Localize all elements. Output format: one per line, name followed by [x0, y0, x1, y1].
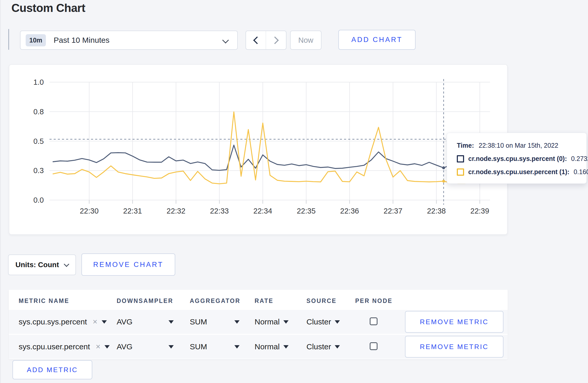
svg-text:22:37: 22:37: [384, 207, 403, 215]
chart-svg[interactable]: 1.00.80.50.30.022:3022:3122:3222:3322:34…: [9, 65, 508, 235]
svg-text:22:38: 22:38: [427, 207, 446, 215]
tooltip-time-value: 22:38:10 on Mar 15th, 2022: [479, 142, 558, 149]
svg-text:22:35: 22:35: [297, 207, 316, 215]
time-range-label: Past 10 Minutes: [54, 36, 109, 45]
aggregator-value: SUM: [190, 317, 207, 326]
add-metric-button[interactable]: ADD METRIC: [12, 360, 92, 379]
svg-text:22:34: 22:34: [253, 207, 272, 215]
remove-metric-button[interactable]: REMOVE METRIC: [405, 336, 503, 358]
svg-text:22:39: 22:39: [470, 207, 489, 215]
aggregator-value: SUM: [190, 342, 207, 351]
metrics-table: METRIC NAME DOWNSAMPLER AGGREGATOR RATE …: [9, 290, 508, 359]
time-range-badge: 10m: [26, 34, 46, 46]
source-select[interactable]: Cluster: [306, 335, 340, 359]
col-header-per-node: PER NODE: [355, 297, 393, 304]
col-header-metric-name: METRIC NAME: [19, 297, 69, 304]
tooltip-time-label: Time:: [457, 142, 474, 149]
tooltip-metric-label: cr.node.sys.cpu.sys.percent (0):: [468, 155, 567, 162]
now-button[interactable]: Now: [290, 31, 321, 50]
dropdown-caret-icon: [283, 345, 289, 349]
clear-metric-icon[interactable]: ×: [96, 342, 100, 351]
rate-value: Normal: [255, 342, 280, 351]
page-title: Custom Chart: [11, 2, 85, 15]
col-header-downsampler: DOWNSAMPLER: [117, 297, 173, 304]
dropdown-caret-icon: [335, 345, 340, 349]
tooltip-metric-value: 0.1601: [573, 168, 588, 176]
per-node-checkbox[interactable]: [370, 317, 377, 325]
svg-text:0.0: 0.0: [33, 196, 44, 204]
chevron-down-icon: [64, 261, 69, 267]
svg-text:22:30: 22:30: [80, 207, 99, 215]
tooltip-metric-label: cr.node.sys.cpu.user.percent (1):: [468, 168, 569, 176]
dropdown-caret-icon: [169, 345, 174, 349]
aggregator-select[interactable]: SUM: [190, 310, 240, 334]
time-range-select[interactable]: 10m Past 10 Minutes: [20, 31, 238, 50]
dropdown-caret-icon: [102, 320, 107, 324]
clear-metric-icon[interactable]: ×: [93, 317, 97, 327]
add-chart-button[interactable]: ADD CHART: [338, 30, 416, 50]
downsampler-value: AVG: [117, 342, 132, 351]
col-header-source: SOURCE: [306, 297, 337, 304]
remove-chart-button[interactable]: REMOVE CHART: [81, 253, 175, 276]
svg-text:22:31: 22:31: [123, 207, 142, 215]
tooltip-metric-value: 0.2732: [571, 155, 588, 162]
units-label: Units: Count: [16, 261, 59, 269]
metric-name-value: sys.cpu.user.percent: [19, 342, 90, 351]
svg-text:22:32: 22:32: [167, 207, 186, 215]
col-header-rate: RATE: [255, 297, 274, 304]
svg-text:0.8: 0.8: [33, 108, 44, 116]
chevron-down-icon: [222, 37, 229, 43]
metric-row: sys.cpu.sys.percent × AVG SUM Normal Clu…: [9, 310, 508, 334]
chart-card: 1.00.80.50.30.022:3022:3122:3222:3322:34…: [9, 64, 508, 235]
source-value: Cluster: [306, 317, 331, 326]
svg-text:22:36: 22:36: [340, 207, 359, 215]
chevron-right-icon: [271, 36, 279, 44]
svg-text:1.0: 1.0: [33, 78, 44, 86]
metric-name-select[interactable]: sys.cpu.user.percent ×: [19, 335, 110, 359]
downsampler-select[interactable]: AVG: [117, 310, 174, 334]
toolbar-divider: [8, 29, 9, 50]
time-prev-button[interactable]: [246, 31, 266, 50]
svg-text:0.3: 0.3: [33, 166, 44, 175]
dropdown-caret-icon: [234, 320, 240, 324]
svg-text:22:33: 22:33: [210, 207, 229, 215]
series-swatch-icon: [457, 155, 464, 162]
remove-metric-button[interactable]: REMOVE METRIC: [405, 311, 503, 333]
custom-chart-page: Custom Chart 10m Past 10 Minutes Now ADD…: [0, 0, 588, 383]
rate-select[interactable]: Normal: [255, 335, 289, 359]
per-node-checkbox[interactable]: [370, 342, 377, 350]
dropdown-caret-icon: [234, 345, 240, 349]
col-header-aggregator: AGGREGATOR: [190, 297, 240, 304]
downsampler-value: AVG: [117, 317, 132, 326]
dropdown-caret-icon: [169, 320, 174, 324]
series-swatch-icon: [457, 168, 464, 176]
chart-tooltip: Time: 22:38:10 on Mar 15th, 2022 cr.node…: [447, 133, 587, 184]
chevron-left-icon: [253, 36, 261, 44]
metric-row: sys.cpu.user.percent × AVG SUM Normal Cl…: [9, 334, 508, 359]
source-value: Cluster: [306, 342, 331, 351]
aggregator-select[interactable]: SUM: [190, 335, 240, 359]
svg-text:0.5: 0.5: [33, 137, 44, 145]
rate-select[interactable]: Normal: [255, 310, 289, 334]
dropdown-caret-icon: [283, 320, 289, 324]
units-select[interactable]: Units: Count: [8, 254, 76, 275]
metric-name-value: sys.cpu.sys.percent: [19, 317, 87, 326]
dropdown-caret-icon: [104, 345, 110, 349]
downsampler-select[interactable]: AVG: [117, 335, 174, 359]
source-select[interactable]: Cluster: [306, 310, 340, 334]
dropdown-caret-icon: [335, 320, 340, 324]
metric-name-select[interactable]: sys.cpu.sys.percent ×: [19, 310, 107, 334]
time-next-button[interactable]: [266, 31, 286, 50]
rate-value: Normal: [255, 317, 280, 326]
